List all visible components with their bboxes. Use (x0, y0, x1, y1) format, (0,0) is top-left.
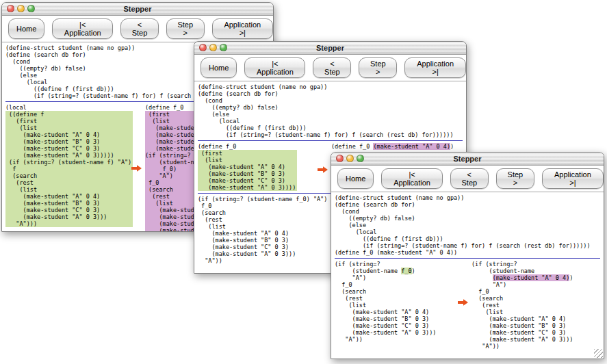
step-before-code: (if (string=? (student-name f_0) "A") f_… (335, 261, 458, 343)
desktop-background: Stepper Home |< Application < Step Step … (0, 0, 607, 364)
window-title: Stepper (194, 42, 466, 54)
step-before-code: (local ((define f (first (list (make-stu… (5, 104, 131, 227)
titlebar[interactable]: Stepper (331, 153, 604, 166)
step-arrow-icon (318, 164, 328, 176)
program-code: (define-struct student (name no gpa)) (d… (198, 83, 463, 138)
step-back-button[interactable]: < Step (120, 18, 159, 39)
step-forward-button[interactable]: Step > (359, 57, 397, 78)
step-arrow-icon (458, 296, 469, 309)
home-button[interactable]: Home (337, 168, 374, 189)
program-code: (define-struct student (name no gpa)) (d… (335, 194, 600, 256)
home-button[interactable]: Home (8, 18, 44, 39)
window-title: Stepper (2, 3, 273, 15)
stepper-window-3[interactable]: Stepper Home |< Application < Step Step … (331, 152, 604, 359)
stepper-toolbar: Home |< Application < Step Step > Applic… (2, 16, 273, 42)
stepper-toolbar: Home |< Application < Step Step > Applic… (331, 166, 604, 192)
separator-line (335, 258, 600, 259)
step-back-button[interactable]: < Step (313, 57, 351, 78)
next-application-button[interactable]: Application >| (212, 18, 273, 39)
titlebar[interactable]: Stepper (2, 3, 273, 16)
window-title: Stepper (331, 153, 604, 165)
step-after-code: (define f_0 (make-student "A" 0 4)) (331, 143, 463, 150)
stepper-toolbar: Home |< Application < Step Step > Applic… (194, 55, 466, 81)
step-row: (if (string=? (student-name f_0) "A") f_… (335, 261, 600, 350)
next-application-button[interactable]: Application >| (404, 57, 466, 78)
next-application-button[interactable]: Application >| (542, 168, 604, 189)
resize-grip[interactable] (594, 349, 603, 358)
step-after-code: (if (string=? (student-name (make-studen… (472, 261, 600, 350)
previous-application-button[interactable]: |< Application (52, 18, 113, 39)
previous-application-button[interactable]: |< Application (244, 57, 305, 78)
step-before-code: (define f_0 (first (list (make-student "… (198, 143, 318, 191)
step-back-button[interactable]: < Step (450, 168, 489, 189)
titlebar[interactable]: Stepper (194, 42, 466, 55)
previous-application-button[interactable]: |< Application (381, 168, 442, 189)
step-forward-button[interactable]: Step > (496, 168, 534, 189)
home-button[interactable]: Home (201, 57, 237, 78)
step-arrow-icon (131, 162, 142, 174)
separator-line (198, 140, 463, 141)
step-forward-button[interactable]: Step > (166, 18, 205, 39)
stepper-canvas: (define-struct student (name no gpa)) (d… (331, 192, 604, 359)
